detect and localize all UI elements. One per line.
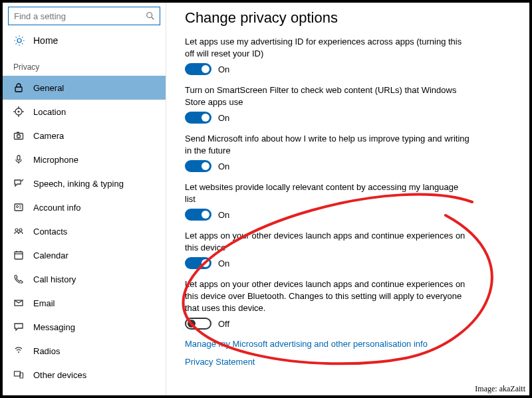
sidebar-item-label: Other devices <box>33 370 86 380</box>
link-manage-advertising[interactable]: Manage my Microsoft advertising and othe… <box>185 339 511 349</box>
svg-rect-27 <box>15 371 21 376</box>
sidebar-item-general[interactable]: General <box>3 76 166 100</box>
toggle-language-list[interactable] <box>185 209 211 221</box>
toggle-state-label: On <box>218 113 229 123</box>
home-label: Home <box>33 35 58 46</box>
phone-icon <box>13 274 24 284</box>
svg-point-0 <box>147 13 152 18</box>
svg-line-1 <box>152 17 154 20</box>
location-icon <box>13 106 24 117</box>
setting-cross-device-bluetooth: Let apps on your other devices launch ap… <box>185 278 471 330</box>
search-input[interactable] <box>8 7 160 25</box>
link-privacy-statement[interactable]: Privacy Statement <box>185 357 511 367</box>
svg-rect-15 <box>15 204 23 211</box>
sidebar-item-label: General <box>33 83 64 93</box>
contacts-icon <box>13 226 24 237</box>
devices-icon <box>13 369 24 380</box>
setting-desc: Let apps on your other devices launch ap… <box>185 278 471 314</box>
page-title: Change privacy options <box>185 9 511 27</box>
gear-icon <box>13 35 25 47</box>
svg-rect-2 <box>15 87 22 92</box>
svg-line-14 <box>21 179 23 181</box>
sidebar-item-label: Contacts <box>33 227 67 237</box>
toggle-state-label: On <box>218 64 229 74</box>
svg-point-4 <box>18 111 20 113</box>
messaging-icon <box>13 322 24 332</box>
sidebar-item-account[interactable]: Account info <box>3 195 166 219</box>
svg-rect-21 <box>15 252 23 259</box>
radios-icon <box>13 346 24 356</box>
sidebar-item-contacts[interactable]: Contacts <box>3 219 166 243</box>
sidebar-item-email[interactable]: Email <box>3 291 166 315</box>
toggle-advertising-id[interactable] <box>185 63 211 75</box>
svg-rect-12 <box>17 155 20 160</box>
section-title: Privacy <box>3 53 166 76</box>
toggle-cross-device[interactable] <box>185 257 211 269</box>
setting-desc: Let websites provide locally relevant co… <box>185 181 471 205</box>
microphone-icon <box>13 154 24 165</box>
sidebar-item-calendar[interactable]: Calendar <box>3 243 166 267</box>
calendar-icon <box>13 250 24 260</box>
svg-point-26 <box>18 351 19 353</box>
sidebar-item-label: Email <box>33 298 55 308</box>
search-icon <box>146 11 155 21</box>
lock-icon <box>13 82 24 93</box>
svg-point-10 <box>17 135 21 138</box>
sidebar-item-microphone[interactable]: Microphone <box>3 148 166 171</box>
sidebar-item-speech[interactable]: Speech, inking & typing <box>3 171 166 195</box>
camera-icon <box>13 130 24 141</box>
toggle-state-label: Off <box>218 319 229 329</box>
svg-rect-11 <box>17 132 19 134</box>
content-pane: Change privacy options Let apps use my a… <box>166 3 529 395</box>
sidebar-item-label: Call history <box>33 274 76 284</box>
sidebar-item-label: Camera <box>33 131 64 141</box>
sidebar-item-label: Microphone <box>33 155 78 165</box>
sidebar: Home Privacy General Location Camera Mic… <box>3 3 166 395</box>
sidebar-item-messaging[interactable]: Messaging <box>3 315 166 339</box>
sidebar-item-location[interactable]: Location <box>3 100 166 124</box>
toggle-cross-device-bluetooth[interactable] <box>185 318 211 330</box>
svg-point-20 <box>19 229 22 231</box>
toggle-state-label: On <box>218 210 229 220</box>
setting-smartscreen: Turn on SmartScreen Filter to check web … <box>185 84 471 124</box>
sidebar-item-label: Location <box>33 107 66 117</box>
setting-desc: Let apps use my advertising ID for exper… <box>185 36 471 59</box>
setting-desc: Let apps on your other devices launch ap… <box>185 230 471 253</box>
setting-desc: Send Microsoft info about how I write to… <box>185 133 471 156</box>
setting-desc: Turn on SmartScreen Filter to check web … <box>185 84 471 108</box>
toggle-state-label: On <box>218 258 229 268</box>
image-credit: Image: akaZaitt <box>475 384 525 394</box>
toggle-state-label: On <box>218 161 229 171</box>
svg-point-16 <box>17 206 19 208</box>
sidebar-item-otherdevices[interactable]: Other devices <box>3 363 166 387</box>
setting-advertising-id: Let apps use my advertising ID for exper… <box>185 36 471 75</box>
email-icon <box>13 298 24 308</box>
sidebar-item-radios[interactable]: Radios <box>3 339 166 363</box>
setting-cross-device: Let apps on your other devices launch ap… <box>185 230 471 269</box>
toggle-smartscreen[interactable] <box>185 112 211 124</box>
sidebar-item-label: Calendar <box>33 250 68 260</box>
setting-language-list: Let websites provide locally relevant co… <box>185 181 471 221</box>
sidebar-item-callhistory[interactable]: Call history <box>3 267 166 291</box>
sidebar-item-label: Account info <box>33 203 81 213</box>
svg-point-19 <box>15 229 18 231</box>
sidebar-item-camera[interactable]: Camera <box>3 124 166 148</box>
sidebar-item-label: Messaging <box>33 322 75 332</box>
home-button[interactable]: Home <box>3 28 166 53</box>
speech-icon <box>13 178 24 189</box>
toggle-typing-info[interactable] <box>185 160 211 172</box>
sidebar-item-label: Speech, inking & typing <box>33 179 124 189</box>
setting-typing-info: Send Microsoft info about how I write to… <box>185 133 471 172</box>
sidebar-item-label: Radios <box>33 346 60 356</box>
account-icon <box>13 202 24 213</box>
